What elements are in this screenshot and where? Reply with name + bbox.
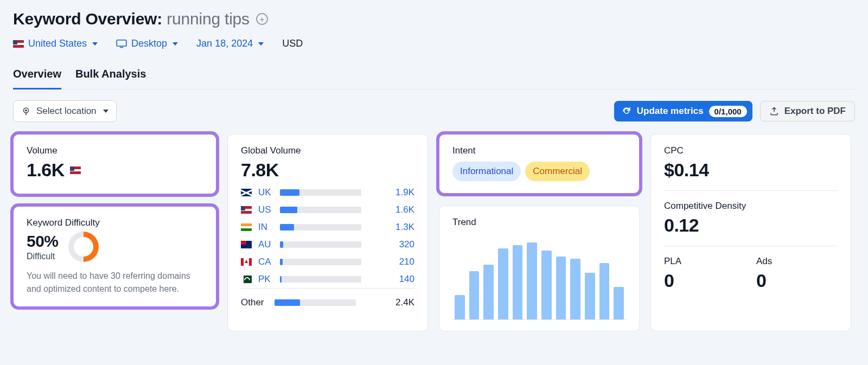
flag-us-icon: [241, 206, 252, 214]
ads-value: 0: [756, 270, 838, 291]
country-volume-row: PK140: [241, 274, 414, 285]
volume-card: Volume 1.6K: [13, 134, 216, 194]
country-volume-value[interactable]: 1.3K: [395, 222, 414, 233]
currency-label: USD: [282, 38, 303, 49]
chevron-down-icon: [173, 42, 178, 46]
cpc-label: CPC: [664, 145, 838, 156]
chevron-down-icon: [103, 110, 108, 113]
global-volume-value: 7.8K: [241, 159, 414, 181]
desktop-icon: [116, 40, 127, 48]
trend-bar: [455, 295, 465, 319]
intent-chip-commercial: Commercial: [525, 162, 590, 181]
country-volume-value[interactable]: 1.9K: [395, 187, 414, 198]
country-filter[interactable]: United States: [13, 38, 98, 49]
ads-label: Ads: [756, 256, 838, 267]
select-location-button[interactable]: Select location: [13, 100, 117, 122]
global-volume-card: Global Volume 7.8K UK1.9KUS1.6KIN1.3KAU3…: [227, 134, 428, 331]
intent-card: Intent Informational Commercial: [439, 134, 640, 194]
chevron-down-icon: [92, 42, 98, 46]
country-volume-value[interactable]: 320: [399, 239, 414, 250]
trend-bar: [585, 273, 595, 319]
chevron-down-icon: [258, 42, 264, 46]
intent-chip-informational: Informational: [452, 162, 521, 181]
export-pdf-label: Export to PDF: [784, 106, 846, 117]
export-icon: [769, 106, 779, 116]
trend-bar: [599, 263, 610, 319]
trend-bar: [498, 248, 508, 319]
country-volume-value[interactable]: 140: [399, 274, 414, 285]
export-pdf-button[interactable]: Export to PDF: [760, 101, 855, 121]
flag-in-icon: [241, 223, 252, 231]
pla-value: 0: [664, 270, 745, 291]
trend-bar: [527, 242, 537, 319]
location-pin-icon: [21, 106, 31, 116]
keyword-difficulty-value: 50%: [27, 232, 59, 251]
global-volume-other-value: 2.4K: [395, 297, 414, 308]
country-volume-value[interactable]: 210: [399, 257, 414, 267]
tab-overview[interactable]: Overview: [13, 68, 61, 89]
keyword-difficulty-rating: Difficult: [27, 252, 59, 261]
difficulty-donut-icon: [68, 232, 99, 262]
select-location-label: Select location: [36, 106, 97, 117]
country-code-link[interactable]: US: [258, 204, 273, 215]
device-filter-label: Desktop: [131, 38, 167, 49]
country-code-link[interactable]: PK: [258, 274, 273, 285]
trend-card: Trend: [439, 206, 640, 331]
country-volume-row: IN1.3K: [241, 222, 414, 233]
country-filter-label: United States: [28, 38, 87, 49]
trend-bar: [483, 265, 494, 319]
date-filter[interactable]: Jan 18, 2024: [196, 38, 264, 49]
tab-bulk-analysis[interactable]: Bulk Analysis: [75, 68, 146, 89]
trend-bar: [469, 271, 480, 319]
trend-bar: [570, 259, 580, 319]
volume-value: 1.6K: [27, 159, 65, 181]
flag-us-icon: [70, 167, 81, 174]
country-volume-row: CA210: [241, 257, 414, 267]
flag-us-icon: [13, 40, 24, 48]
plus-icon: +: [260, 15, 265, 24]
pla-label: PLA: [664, 256, 745, 267]
svg-rect-0: [117, 40, 126, 46]
competitive-density-label: Competitive Density: [664, 201, 838, 212]
keyword-difficulty-card: Keyword Difficulty 50% Difficult You wil…: [13, 206, 216, 307]
intent-label: Intent: [452, 145, 626, 156]
competitive-density-value: 0.12: [664, 215, 838, 236]
trend-bar-chart: [452, 233, 626, 320]
svg-rect-1: [120, 47, 123, 48]
update-metrics-button[interactable]: Update metrics 0/1,000: [614, 101, 752, 121]
cpc-value: $0.14: [664, 159, 838, 181]
country-volume-row: UK1.9K: [241, 187, 414, 198]
update-metrics-badge: 0/1,000: [709, 106, 747, 117]
update-metrics-label: Update metrics: [637, 106, 704, 117]
country-volume-row: US1.6K: [241, 204, 414, 215]
trend-bar: [614, 287, 624, 319]
cpc-card: CPC $0.14 Competitive Density 0.12 PLA 0…: [650, 134, 851, 331]
trend-bar: [556, 257, 566, 319]
country-code-link[interactable]: UK: [258, 187, 273, 198]
svg-point-3: [25, 110, 27, 112]
trend-bar: [513, 245, 523, 319]
flag-au-icon: [241, 241, 252, 248]
trend-bar: [541, 251, 552, 319]
flag-ca-icon: [241, 258, 252, 266]
country-code-link[interactable]: IN: [258, 222, 273, 233]
title-prefix: Keyword Overview:: [13, 10, 162, 28]
date-filter-label: Jan 18, 2024: [196, 38, 253, 49]
flag-pk-icon: [241, 276, 252, 283]
keyword-difficulty-label: Keyword Difficulty: [27, 217, 203, 228]
global-volume-other-label: Other: [241, 297, 268, 308]
trend-label: Trend: [452, 217, 626, 228]
keyword-difficulty-note: You will need to have 30 referring domai…: [27, 270, 203, 296]
device-filter[interactable]: Desktop: [116, 38, 178, 49]
country-volume-row: AU320: [241, 239, 414, 250]
volume-label: Volume: [27, 145, 203, 156]
add-keyword-button[interactable]: +: [256, 13, 268, 25]
title-keyword: running tips: [167, 10, 250, 28]
country-code-link[interactable]: AU: [258, 239, 273, 250]
country-volume-value[interactable]: 1.6K: [395, 204, 414, 215]
page-title: Keyword Overview: running tips: [13, 10, 250, 28]
flag-uk-icon: [241, 189, 252, 196]
global-volume-label: Global Volume: [241, 145, 414, 156]
refresh-icon: [622, 106, 631, 116]
country-code-link[interactable]: CA: [258, 257, 273, 267]
